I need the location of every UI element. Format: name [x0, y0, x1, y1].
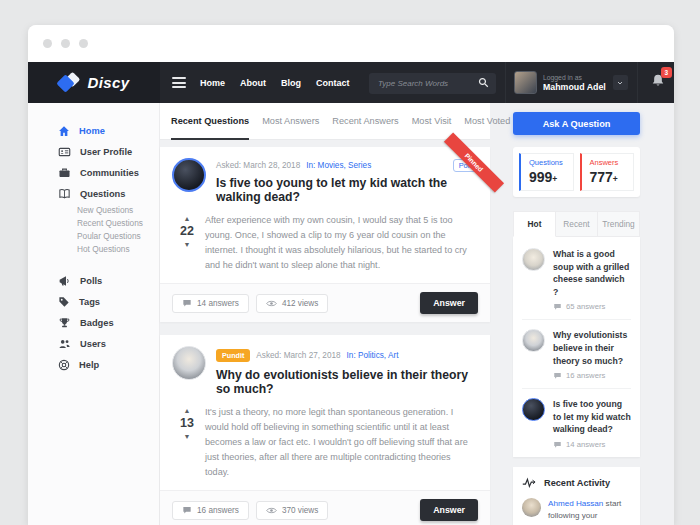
comment-icon	[553, 372, 562, 380]
avatar[interactable]	[172, 346, 206, 380]
activity-user[interactable]: Ahmed Hassan	[548, 499, 603, 508]
sidebar-item-users[interactable]: Users	[28, 333, 159, 354]
sidebar-item-questions[interactable]: Questions	[28, 183, 159, 204]
brand-logo[interactable]: Discy	[28, 62, 160, 103]
list-item[interactable]: What is a good soup with a grilled chees…	[522, 239, 631, 319]
question-categories[interactable]: In: Politics, Art	[347, 351, 399, 360]
question-feed: Recent Questions Most Answers Recent Ans…	[160, 103, 490, 525]
tab-recent-questions[interactable]: Recent Questions	[171, 103, 249, 140]
nav-item-about[interactable]: About	[240, 78, 266, 88]
sidebar-item-user-profile[interactable]: User Profile	[28, 141, 159, 162]
tab-recent-answers[interactable]: Recent Answers	[332, 103, 398, 140]
list-item[interactable]: Why evolutionists believe in their theor…	[522, 319, 631, 388]
tab-most-visit[interactable]: Most Visit	[412, 103, 452, 140]
question-title[interactable]: Is five too young to let my kid watch th…	[216, 176, 478, 204]
recent-activity-title: Recent Activity	[544, 478, 610, 488]
question-categories[interactable]: In: Movies, Series	[306, 161, 371, 170]
avatar[interactable]	[522, 498, 541, 517]
answer-button[interactable]: Answer	[420, 292, 478, 314]
notifications-button[interactable]: 3	[651, 73, 665, 92]
question-body: It's just a theory, no more legit than s…	[205, 405, 476, 480]
hot-question-answers: 16 answers	[566, 371, 605, 380]
views-button[interactable]: 370 views	[256, 501, 328, 520]
spacer	[28, 256, 159, 270]
sidebar-item-badges[interactable]: Badges	[28, 312, 159, 333]
ask-question-button[interactable]: Ask A Question	[513, 112, 640, 135]
hot-question-title[interactable]: Is five too young to let my kid watch wa…	[553, 398, 631, 436]
eye-icon	[266, 506, 277, 515]
eye-icon	[266, 299, 277, 308]
question-date: Asked: March 28, 2018	[216, 161, 300, 170]
sidebar-item-home[interactable]: Home	[28, 120, 159, 141]
sidebar-item-label: User Profile	[80, 147, 132, 157]
user-avatar[interactable]	[514, 71, 537, 94]
activity-pulse-icon	[522, 477, 536, 488]
window-control-dot[interactable]	[61, 39, 70, 48]
tab-trending[interactable]: Trending	[598, 211, 640, 237]
tab-most-answers[interactable]: Most Answers	[262, 103, 319, 140]
nav-item-contact[interactable]: Contact	[316, 78, 350, 88]
upvote-button[interactable]: ▲	[172, 214, 202, 223]
answer-button[interactable]: Answer	[420, 499, 478, 521]
comment-icon	[553, 303, 562, 311]
downvote-button[interactable]: ▼	[172, 432, 202, 441]
feed-tabs: Recent Questions Most Answers Recent Ans…	[160, 103, 490, 140]
avatar	[522, 329, 545, 352]
question-card: Pinned Poll Asked: March 28, 2018 In: Mo…	[160, 147, 490, 322]
sidebar-item-help[interactable]: Help	[28, 354, 159, 375]
answers-stat-value: 777	[590, 169, 613, 185]
question-title[interactable]: Why do evolutionists believe in their th…	[216, 368, 478, 396]
sidebar-item-tags[interactable]: Tags	[28, 291, 159, 312]
nav-menu: Home About Blog Contact	[160, 62, 505, 103]
answers-button[interactable]: 14 answers	[172, 294, 249, 313]
search-input[interactable]	[369, 73, 496, 94]
search-icon[interactable]	[478, 77, 489, 88]
sidebar-item-new-questions[interactable]: New Questions	[28, 204, 159, 217]
hot-questions-list: What is a good soup with a grilled chees…	[513, 237, 640, 457]
nav-item-home[interactable]: Home	[200, 78, 225, 88]
brand-logo-icon	[58, 73, 80, 92]
search-box	[369, 72, 496, 94]
questions-stat-value: 999	[529, 169, 552, 185]
sidebar-item-label: Tags	[79, 297, 100, 307]
user-menu-button[interactable]	[613, 75, 628, 90]
logged-in-label: Logged in as	[543, 74, 606, 81]
sidebar-item-label: Polls	[80, 276, 102, 286]
megaphone-icon	[58, 275, 71, 287]
answers-button[interactable]: 16 answers	[172, 501, 249, 520]
sidebar-item-popular-questions[interactable]: Poular Questions	[28, 230, 159, 243]
user-badge: Pundit	[216, 349, 250, 362]
sidebar-item-recent-questions[interactable]: Recent Questions	[28, 217, 159, 230]
nav-item-blog[interactable]: Blog	[281, 78, 301, 88]
sidebar-item-label: Badges	[80, 318, 114, 328]
comment-icon	[553, 441, 562, 449]
answers-stat-label: Answers	[590, 158, 634, 167]
tab-hot[interactable]: Hot	[513, 211, 556, 237]
user-area: Logged in as Mahmoud Adel 3	[505, 62, 674, 103]
downvote-button[interactable]: ▼	[172, 240, 202, 249]
list-item[interactable]: Is five too young to let my kid watch wa…	[522, 388, 631, 457]
sidebar-item-polls[interactable]: Polls	[28, 270, 159, 291]
hot-question-title[interactable]: Why evolutionists believe in their theor…	[553, 329, 631, 367]
tab-recent[interactable]: Recent	[556, 211, 598, 237]
sidebar-item-communities[interactable]: Communities	[28, 162, 159, 183]
window-titlebar	[28, 25, 674, 62]
window-control-dot[interactable]	[79, 39, 88, 48]
life-ring-icon	[58, 359, 70, 371]
avatar[interactable]	[172, 158, 206, 192]
sidebar-item-hot-questions[interactable]: Hot Questions	[28, 243, 159, 256]
sidebar-item-label: Users	[80, 339, 106, 349]
hot-question-answers: 65 answers	[566, 302, 605, 311]
sidebar-item-label: Home	[79, 126, 105, 136]
window-control-dot[interactable]	[43, 39, 52, 48]
question-body: After experience with my own cousin, I w…	[205, 213, 476, 273]
answers-stat: Answers 777+	[580, 153, 635, 191]
username[interactable]: Mahmoud Adel	[543, 82, 606, 92]
hamburger-menu-icon[interactable]	[172, 77, 186, 88]
id-card-icon	[58, 146, 71, 158]
views-button[interactable]: 412 views	[256, 294, 328, 313]
upvote-button[interactable]: ▲	[172, 406, 202, 415]
hot-question-title[interactable]: What is a good soup with a grilled chees…	[553, 248, 631, 298]
sidebar-item-label: Help	[79, 360, 99, 370]
tab-most-voted[interactable]: Most Voted	[464, 103, 510, 140]
